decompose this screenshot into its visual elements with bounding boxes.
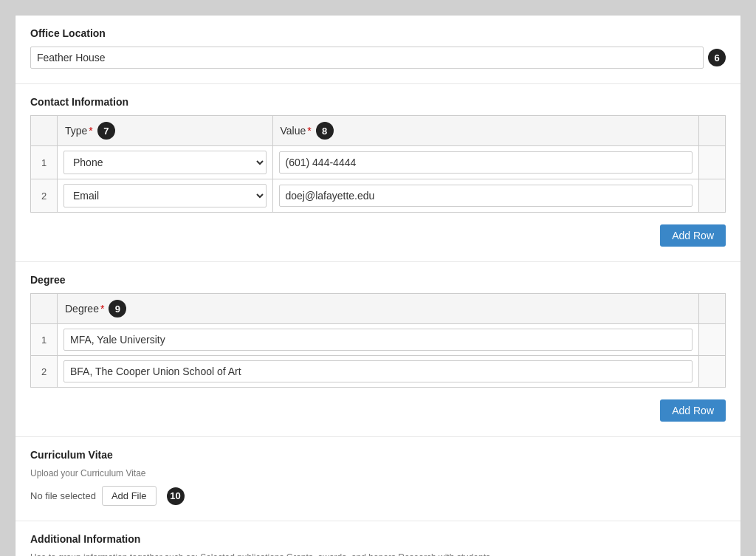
contact-type-select[interactable]: PhoneEmailFaxWebsiteOther bbox=[63, 151, 267, 174]
contact-action-cell bbox=[699, 146, 726, 179]
contact-action-header bbox=[699, 116, 726, 146]
contact-action-cell bbox=[699, 179, 726, 213]
degree-action-header bbox=[699, 294, 726, 324]
contact-row-number: 1 bbox=[31, 146, 58, 179]
main-container: Office Location 6 Contact Information Ty… bbox=[15, 15, 741, 556]
type-required: * bbox=[89, 125, 92, 137]
contact-value-header: Value * 8 bbox=[272, 116, 699, 146]
contact-table: Type * 7 Value * 8 bbox=[30, 115, 726, 213]
degree-value-input[interactable] bbox=[63, 360, 693, 382]
badge-10: 10 bbox=[167, 487, 185, 505]
cv-subtitle: Upload your Curriculum Vitae bbox=[30, 468, 726, 478]
degree-table: Degree * 9 12 bbox=[30, 293, 726, 388]
degree-required: * bbox=[100, 303, 104, 315]
contact-information-section: Contact Information Type * 7 Value bbox=[16, 84, 740, 262]
contact-type-cell: PhoneEmailFaxWebsiteOther bbox=[58, 179, 273, 213]
contact-add-row-button[interactable]: Add Row bbox=[660, 224, 726, 247]
office-location-section: Office Location 6 bbox=[16, 16, 740, 84]
contact-add-row-container: Add Row bbox=[30, 220, 726, 247]
contact-type-cell: PhoneEmailFaxWebsiteOther bbox=[58, 146, 273, 179]
degree-add-row-button[interactable]: Add Row bbox=[660, 399, 726, 422]
contact-value-input[interactable] bbox=[279, 151, 693, 174]
contact-row: 1PhoneEmailFaxWebsiteOther bbox=[31, 146, 726, 179]
degree-value-cell bbox=[58, 356, 699, 388]
degree-section-label: Degree bbox=[30, 274, 726, 286]
degree-row-number: 1 bbox=[31, 324, 58, 356]
degree-column-header: Degree * 9 bbox=[58, 294, 699, 324]
value-required: * bbox=[307, 125, 311, 137]
contact-row-number: 2 bbox=[31, 179, 58, 213]
degree-action-cell bbox=[699, 324, 726, 356]
degree-add-row-container: Add Row bbox=[30, 395, 726, 422]
office-location-label: Office Location bbox=[30, 27, 726, 39]
contact-information-label: Contact Information bbox=[30, 96, 726, 108]
badge-8: 8 bbox=[316, 122, 334, 140]
contact-row: 2PhoneEmailFaxWebsiteOther bbox=[31, 179, 726, 213]
contact-type-header: Type * 7 bbox=[58, 116, 273, 146]
degree-row-num-header bbox=[31, 294, 58, 324]
badge-6: 6 bbox=[708, 49, 726, 66]
cv-label: Curriculum Vitae bbox=[30, 449, 726, 461]
contact-type-select[interactable]: PhoneEmailFaxWebsiteOther bbox=[63, 184, 267, 207]
degree-row: 2 bbox=[31, 356, 726, 388]
office-location-input[interactable] bbox=[30, 47, 704, 69]
contact-value-input[interactable] bbox=[279, 185, 693, 207]
additional-info-subtitle: Use to group information together such a… bbox=[30, 552, 726, 556]
badge-7: 7 bbox=[97, 122, 115, 140]
badge-9: 9 bbox=[109, 300, 126, 318]
contact-value-cell bbox=[272, 179, 699, 213]
cv-add-file-button[interactable]: Add File bbox=[102, 486, 157, 506]
cv-no-file-text: No file selected bbox=[30, 490, 96, 501]
degree-action-cell bbox=[699, 356, 726, 388]
degree-row-number: 2 bbox=[31, 356, 58, 388]
cv-file-row: No file selected Add File 10 bbox=[30, 486, 726, 506]
additional-info-section: Additional Information Use to group info… bbox=[16, 521, 740, 556]
degree-row: 1 bbox=[31, 324, 726, 356]
contact-row-num-header bbox=[31, 116, 58, 146]
contact-value-cell bbox=[272, 146, 699, 179]
additional-info-label: Additional Information bbox=[30, 533, 726, 545]
degree-value-input[interactable] bbox=[63, 329, 693, 351]
cv-section: Curriculum Vitae Upload your Curriculum … bbox=[16, 437, 740, 521]
degree-section: Degree Degree * 9 12 bbox=[16, 262, 740, 437]
degree-value-cell bbox=[58, 324, 699, 356]
